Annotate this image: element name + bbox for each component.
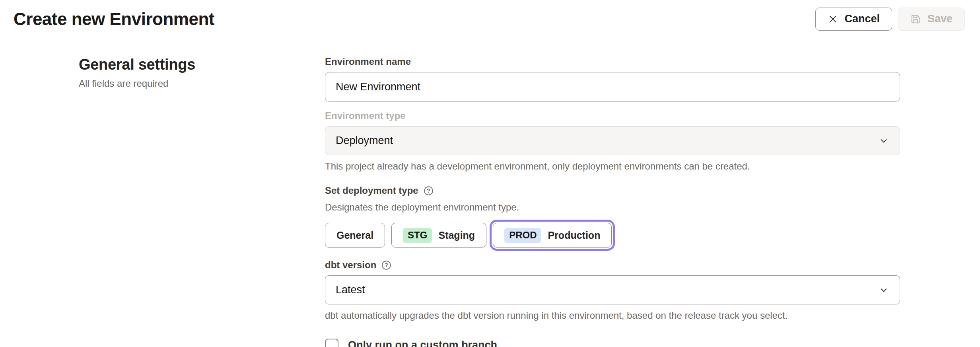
dbt-version-label: dbt version ?: [325, 259, 900, 271]
environment-name-label: Environment name: [325, 56, 900, 67]
save-button-label: Save: [928, 13, 953, 25]
save-button[interactable]: Save: [898, 8, 965, 31]
chevron-down-icon: [878, 135, 889, 146]
deployment-type-option-general[interactable]: General: [325, 223, 385, 248]
field-dbt-version: dbt version ? Latest dbt automatically u…: [325, 259, 900, 322]
environment-type-value: Deployment: [336, 135, 393, 147]
cancel-button-label: Cancel: [844, 13, 880, 25]
custom-branch-checkbox[interactable]: [325, 339, 338, 347]
main-content: General settings All fields are required…: [0, 38, 980, 347]
field-custom-branch: Only run on a custom branch: [325, 339, 900, 347]
page-header: Create new Environment Cancel Save: [0, 0, 980, 38]
svg-text:?: ?: [385, 262, 389, 268]
deployment-type-helper: Designates the deployment environment ty…: [325, 201, 900, 213]
custom-branch-label: Only run on a custom branch: [348, 339, 497, 347]
deployment-type-label: Set deployment type ?: [325, 185, 900, 196]
save-icon: [910, 14, 921, 25]
help-circle-icon[interactable]: ?: [381, 260, 392, 271]
option-general-label: General: [336, 230, 373, 241]
dbt-version-helper: dbt automatically upgrades the dbt versi…: [325, 309, 900, 322]
dbt-version-value: Latest: [336, 284, 365, 296]
section-subheading: All fields are required: [79, 78, 325, 89]
deployment-type-options: General STG Staging PROD Production: [325, 223, 900, 248]
page-title: Create new Environment: [14, 9, 214, 29]
environment-type-select: Deployment: [325, 126, 900, 155]
field-environment-type: Environment type Deployment This project…: [325, 110, 900, 172]
field-environment-name: Environment name: [325, 56, 900, 101]
deployment-type-option-production[interactable]: PROD Production: [493, 223, 612, 248]
dbt-version-select[interactable]: Latest: [325, 275, 900, 304]
environment-type-label: Environment type: [325, 110, 900, 121]
help-circle-icon[interactable]: ?: [423, 185, 434, 196]
production-badge: PROD: [504, 228, 541, 243]
environment-form: Environment name Environment type Deploy…: [325, 56, 900, 347]
deployment-type-label-text: Set deployment type: [325, 185, 418, 196]
environment-name-input[interactable]: [325, 72, 900, 101]
staging-badge: STG: [403, 228, 432, 243]
option-staging-label: Staging: [438, 230, 475, 241]
svg-text:?: ?: [427, 187, 430, 194]
deployment-type-option-staging[interactable]: STG Staging: [391, 223, 486, 248]
cancel-button[interactable]: Cancel: [815, 8, 892, 31]
header-actions: Cancel Save: [815, 8, 965, 31]
close-icon: [828, 14, 838, 24]
section-heading: General settings: [79, 56, 325, 73]
settings-intro: General settings All fields are required: [79, 56, 325, 347]
environment-type-helper: This project already has a development e…: [325, 160, 900, 172]
dbt-version-label-text: dbt version: [325, 259, 376, 271]
chevron-down-icon: [878, 285, 889, 296]
option-production-label: Production: [548, 230, 600, 241]
field-deployment-type: Set deployment type ? Designates the dep…: [325, 185, 900, 248]
